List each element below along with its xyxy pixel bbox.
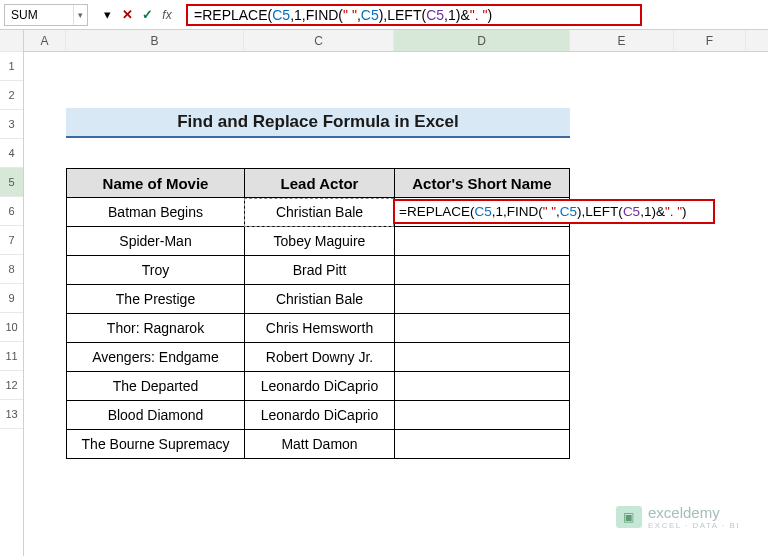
table-row: The PrestigeChristian Bale — [66, 285, 570, 314]
table-cell[interactable]: Thor: Ragnarok — [66, 314, 244, 343]
row-header[interactable]: 13 — [0, 400, 23, 429]
col-header[interactable]: A — [24, 30, 66, 51]
watermark: ▣ exceldemy EXCEL · DATA · BI — [616, 504, 740, 530]
row-header[interactable]: 9 — [0, 284, 23, 313]
table-cell[interactable]: Tobey Maguire — [244, 227, 394, 256]
row-header[interactable]: 2 — [0, 81, 23, 110]
row-header[interactable]: 4 — [0, 139, 23, 168]
table-row: Blood DiamondLeonardo DiCaprio — [66, 401, 570, 430]
table-row: The Bourne SupremacyMatt Damon — [66, 430, 570, 459]
col-header[interactable]: F — [674, 30, 746, 51]
cancel-icon[interactable]: ✕ — [118, 6, 136, 24]
grid-area: A B C D E F Find and Replace Formula in … — [24, 30, 768, 556]
table-cell[interactable] — [394, 401, 570, 430]
row-header[interactable]: 7 — [0, 226, 23, 255]
table-cell[interactable] — [394, 256, 570, 285]
formula-bar-row: ▾ ▾ ✕ ✓ fx =REPLACE(C5,1,FIND(" ",C5),LE… — [0, 0, 768, 30]
row-header[interactable]: 11 — [0, 342, 23, 371]
table-row: Thor: RagnarokChris Hemsworth — [66, 314, 570, 343]
table-cell[interactable]: Batman Begins — [66, 198, 244, 227]
table-cell[interactable] — [394, 372, 570, 401]
row-header[interactable]: 6 — [0, 197, 23, 226]
watermark-tag: EXCEL · DATA · BI — [648, 521, 740, 530]
row-header[interactable]: 8 — [0, 255, 23, 284]
table-cell[interactable]: Matt Damon — [244, 430, 394, 459]
page-title: Find and Replace Formula in Excel — [66, 108, 570, 138]
worksheet: 1 2 3 4 5 6 7 8 9 10 11 12 13 A B C D E … — [0, 30, 768, 556]
table-cell[interactable]: Avengers: Endgame — [66, 343, 244, 372]
table-row: Spider-ManTobey Maguire — [66, 227, 570, 256]
table-cell[interactable]: Chris Hemsworth — [244, 314, 394, 343]
formula-bar-buttons: ▾ ✕ ✓ fx — [92, 6, 182, 24]
table-cell[interactable]: Christian Bale — [244, 198, 394, 227]
table-cell[interactable] — [394, 285, 570, 314]
col-header[interactable]: E — [570, 30, 674, 51]
name-box-container: ▾ — [4, 4, 88, 26]
table-cell[interactable]: The Departed — [66, 372, 244, 401]
title-region: Find and Replace Formula in Excel — [66, 82, 570, 138]
formula-bar: =REPLACE(C5,1,FIND(" ",C5),LEFT(C5,1)&".… — [186, 4, 764, 26]
name-box[interactable] — [5, 8, 73, 22]
table-header-actor[interactable]: Lead Actor — [244, 168, 394, 198]
table-cell[interactable]: Christian Bale — [244, 285, 394, 314]
table-header-short[interactable]: Actor's Short Name — [394, 168, 570, 198]
table-cell[interactable]: Leonardo DiCaprio — [244, 401, 394, 430]
table-cell[interactable]: Brad Pitt — [244, 256, 394, 285]
table-header-row: Name of Movie Lead Actor Actor's Short N… — [66, 168, 570, 198]
table-cell[interactable]: The Bourne Supremacy — [66, 430, 244, 459]
row-headers: 1 2 3 4 5 6 7 8 9 10 11 12 13 — [0, 30, 24, 556]
chevron-down-icon[interactable]: ▾ — [98, 6, 116, 24]
table-row: The DepartedLeonardo DiCaprio — [66, 372, 570, 401]
table-header-movie[interactable]: Name of Movie — [66, 168, 244, 198]
table-cell[interactable] — [394, 430, 570, 459]
table-cell[interactable]: Troy — [66, 256, 244, 285]
row-header[interactable]: 5 — [0, 168, 23, 197]
select-all-cell[interactable] — [0, 30, 23, 52]
col-header[interactable]: B — [66, 30, 244, 51]
table-row: TroyBrad Pitt — [66, 256, 570, 285]
column-headers: A B C D E F — [24, 30, 768, 52]
table-row: Avengers: EndgameRobert Downy Jr. — [66, 343, 570, 372]
table-cell[interactable]: Robert Downy Jr. — [244, 343, 394, 372]
watermark-brand: exceldemy — [648, 504, 740, 521]
row-header[interactable]: 12 — [0, 371, 23, 400]
name-box-dropdown[interactable]: ▾ — [73, 5, 87, 25]
table-cell[interactable] — [394, 227, 570, 256]
active-cell-overlay[interactable]: =REPLACE(C5,1,FIND(" ",C5),LEFT(C5,1)&".… — [393, 199, 715, 224]
table-cell[interactable]: Blood Diamond — [66, 401, 244, 430]
row-header[interactable]: 10 — [0, 313, 23, 342]
formula-input[interactable]: =REPLACE(C5,1,FIND(" ",C5),LEFT(C5,1)&".… — [186, 4, 642, 26]
table-cell[interactable] — [394, 343, 570, 372]
table-cell[interactable]: Spider-Man — [66, 227, 244, 256]
table-cell[interactable]: Leonardo DiCaprio — [244, 372, 394, 401]
fx-icon[interactable]: fx — [158, 6, 176, 24]
watermark-logo-icon: ▣ — [616, 506, 642, 528]
row-header[interactable]: 3 — [0, 110, 23, 139]
table-cell[interactable] — [394, 314, 570, 343]
row-header[interactable]: 1 — [0, 52, 23, 81]
table-cell[interactable]: The Prestige — [66, 285, 244, 314]
col-header[interactable]: C — [244, 30, 394, 51]
col-header[interactable]: D — [394, 30, 570, 51]
confirm-icon[interactable]: ✓ — [138, 6, 156, 24]
